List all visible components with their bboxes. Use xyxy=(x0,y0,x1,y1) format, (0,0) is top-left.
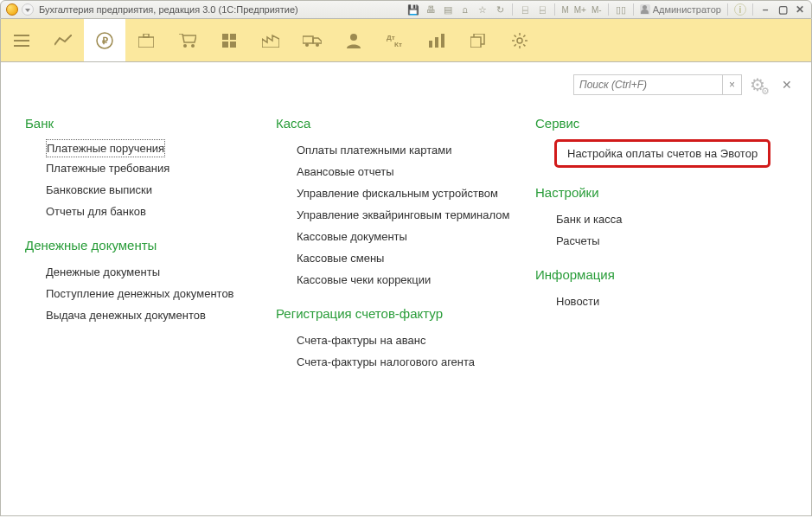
svg-rect-12 xyxy=(230,42,236,48)
separator xyxy=(512,3,513,16)
close-window-button[interactable]: ✕ xyxy=(794,3,806,16)
link-bank-statements[interactable]: Банковские выписки xyxy=(25,179,267,201)
user-label-wrap[interactable]: Администратор xyxy=(640,4,721,15)
link-payment-orders[interactable]: Платежные поручения xyxy=(46,139,165,157)
memory-mplus[interactable]: M+ xyxy=(574,5,586,15)
column-left: Банк Платежные поручения Платежные требо… xyxy=(25,111,267,388)
link-bank-reports[interactable]: Отчеты для банков xyxy=(25,201,267,222)
user-name: Администратор xyxy=(653,4,721,15)
separator xyxy=(752,3,753,16)
separator xyxy=(633,3,634,16)
toolbar-warehouse-button[interactable] xyxy=(208,19,250,61)
svg-rect-1 xyxy=(14,40,29,42)
print-icon[interactable]: 🖶 xyxy=(425,3,437,16)
toolbar-analytics-button[interactable] xyxy=(42,19,84,61)
memory-m[interactable]: M xyxy=(561,5,568,15)
link-news[interactable]: Новости xyxy=(535,291,787,312)
section-title-money-docs: Денежные документы xyxy=(25,238,267,253)
svg-rect-25 xyxy=(470,37,481,48)
section-title-reg-invoice: Регистрация счетов-фактур xyxy=(276,306,527,321)
link-advance-reports[interactable]: Авансовые отчеты xyxy=(276,161,527,182)
separator xyxy=(727,3,728,16)
separator xyxy=(554,3,555,16)
window-title: Бухгалтерия предприятия, редакция 3.0 (1… xyxy=(39,4,298,15)
link-cash-shifts[interactable]: Кассовые смены xyxy=(276,247,527,269)
maximize-button[interactable]: ▢ xyxy=(777,3,789,16)
svg-point-26 xyxy=(517,38,522,43)
svg-line-31 xyxy=(515,35,516,36)
app-dropdown-icon[interactable] xyxy=(22,3,34,16)
link-evotor-settings[interactable]: Настройка оплаты счетов на Эвотор xyxy=(554,139,770,168)
svg-rect-21 xyxy=(429,41,432,48)
link-card-payments[interactable]: Оплаты платежными картами xyxy=(276,139,527,161)
toolbar-bank-button[interactable]: ₽ xyxy=(84,19,125,61)
toolbar-operations-button[interactable]: ДтКт xyxy=(374,19,416,61)
search-input[interactable] xyxy=(574,75,722,94)
section-title-settings: Настройки xyxy=(535,185,787,200)
toolbar-menu-button[interactable] xyxy=(1,19,42,61)
svg-rect-14 xyxy=(303,36,313,43)
link-fiscal-device[interactable]: Управление фискальным устройством xyxy=(276,182,527,204)
user-icon xyxy=(640,4,650,15)
svg-rect-0 xyxy=(14,35,29,36)
svg-line-34 xyxy=(523,35,525,36)
section-title-bank: Банк xyxy=(25,116,267,131)
content-area: × ⚙ ✕ Банк Платежные поручения Платежные… xyxy=(0,62,812,516)
close-page-button[interactable]: ✕ xyxy=(778,78,796,92)
toolbar-reports-button[interactable] xyxy=(416,19,457,61)
svg-point-7 xyxy=(183,44,187,48)
windows-icon[interactable]: ▯▯ xyxy=(615,3,627,16)
link-bank-and-cash[interactable]: Банк и касса xyxy=(535,208,787,230)
calendar-icon[interactable]: ⌸ xyxy=(536,3,548,16)
link-acquiring-terminal[interactable]: Управление эквайринговым терминалом xyxy=(276,204,527,226)
toolbar-briefcase-button[interactable] xyxy=(125,19,167,61)
svg-marker-15 xyxy=(313,38,322,43)
memory-mminus[interactable]: M- xyxy=(591,5,602,15)
svg-point-17 xyxy=(316,43,319,47)
toolbar-delivery-button[interactable] xyxy=(291,19,333,61)
document-icon[interactable]: ▤ xyxy=(442,3,454,16)
link-advance-invoices[interactable]: Счета-фактуры на аванс xyxy=(276,329,527,351)
save-icon[interactable]: 💾 xyxy=(407,3,419,16)
svg-rect-11 xyxy=(222,42,228,48)
link-money-docs-out[interactable]: Выдача денежных документов xyxy=(25,304,267,326)
truck-icon xyxy=(303,35,322,47)
grid-icon xyxy=(222,34,236,48)
toolbar-cart-button[interactable] xyxy=(167,19,208,61)
toolbar-settings-button[interactable] xyxy=(499,19,540,61)
link-icon[interactable]: ⩍ xyxy=(459,3,471,16)
toolbar-directories-button[interactable] xyxy=(457,19,499,61)
dtkt-icon: ДтКт xyxy=(387,34,404,48)
toolbar-production-button[interactable] xyxy=(250,19,291,61)
briefcase-icon xyxy=(138,34,154,48)
info-icon[interactable]: i xyxy=(734,3,746,16)
svg-rect-6 xyxy=(144,34,149,37)
search-box[interactable]: × xyxy=(573,74,742,95)
section-title-info: Информация xyxy=(535,267,787,282)
link-tax-agent-invoices[interactable]: Счета-фактуры налогового агента xyxy=(276,351,527,373)
link-payment-requests[interactable]: Платежные требования xyxy=(25,157,267,179)
link-correction-receipts[interactable]: Кассовые чеки коррекции xyxy=(276,269,527,291)
bar-chart-icon xyxy=(429,34,444,48)
column-right: Сервис Настройка оплаты счетов на Эвотор… xyxy=(535,111,787,388)
link-money-docs-in[interactable]: Поступление денежных документов xyxy=(25,283,267,304)
search-clear-button[interactable]: × xyxy=(722,75,741,94)
factory-icon xyxy=(262,34,279,48)
calculator-icon[interactable]: ⌸ xyxy=(519,3,531,16)
link-money-docs[interactable]: Денежные документы xyxy=(25,261,267,283)
favorite-icon[interactable]: ☆ xyxy=(476,3,489,16)
menu-icon xyxy=(14,35,29,47)
svg-point-8 xyxy=(191,44,195,48)
toolbar-hr-button[interactable] xyxy=(333,19,374,61)
svg-text:₽: ₽ xyxy=(102,35,108,46)
link-cash-docs[interactable]: Кассовые документы xyxy=(276,226,527,247)
svg-line-33 xyxy=(515,44,516,46)
history-icon[interactable]: ↻ xyxy=(494,3,506,16)
link-calculations[interactable]: Расчеты xyxy=(535,230,787,252)
main-toolbar: ₽ ДтКт xyxy=(0,19,812,62)
svg-rect-5 xyxy=(138,37,154,48)
page-settings-icon[interactable]: ⚙ xyxy=(747,74,768,95)
minimize-button[interactable]: – xyxy=(759,3,771,16)
cart-icon xyxy=(179,34,196,48)
svg-rect-10 xyxy=(230,34,236,40)
